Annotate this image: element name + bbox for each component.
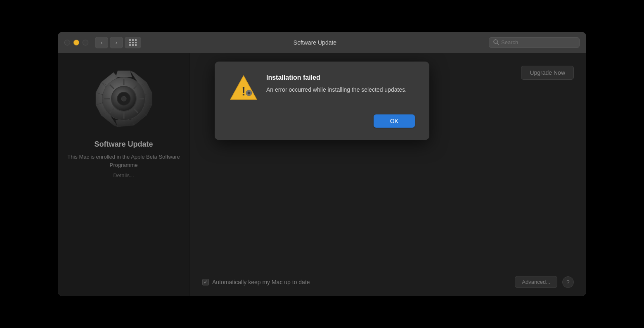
modal-overlay: ! Installation failed An error occurred … xyxy=(58,53,586,296)
search-bar[interactable] xyxy=(489,37,580,48)
back-button[interactable]: ‹ xyxy=(95,37,108,48)
maximize-button[interactable] xyxy=(83,40,88,45)
modal-message: An error occurred while installing the s… xyxy=(266,86,415,94)
svg-text:!: ! xyxy=(242,84,246,98)
window-title: Software Update xyxy=(141,39,489,46)
close-button[interactable] xyxy=(64,40,70,45)
ok-button[interactable]: OK xyxy=(374,114,415,128)
modal-text-area: Installation failed An error occurred wh… xyxy=(266,74,415,103)
titlebar: ‹ › Software Update xyxy=(58,32,586,53)
nav-buttons: ‹ › xyxy=(95,37,123,48)
modal-warning-icon: ! xyxy=(229,74,258,103)
svg-line-1 xyxy=(497,43,499,45)
search-icon xyxy=(493,39,499,46)
back-icon: ‹ xyxy=(101,39,102,45)
main-content: Software Update This Mac is enrolled in … xyxy=(58,53,586,296)
minimize-button[interactable] xyxy=(73,40,79,45)
forward-icon: › xyxy=(116,39,117,45)
installation-failed-dialog: ! Installation failed An error occurred … xyxy=(215,62,429,140)
svg-point-18 xyxy=(249,93,250,94)
main-window: ‹ › Software Update xyxy=(58,32,586,296)
grid-icon xyxy=(129,39,137,46)
modal-footer: OK xyxy=(229,114,415,128)
modal-body: ! Installation failed An error occurred … xyxy=(229,74,415,103)
search-input[interactable] xyxy=(501,39,575,45)
modal-title: Installation failed xyxy=(266,74,415,81)
forward-button[interactable]: › xyxy=(110,37,123,48)
grid-view-button[interactable] xyxy=(125,37,141,48)
traffic-lights xyxy=(64,40,88,45)
